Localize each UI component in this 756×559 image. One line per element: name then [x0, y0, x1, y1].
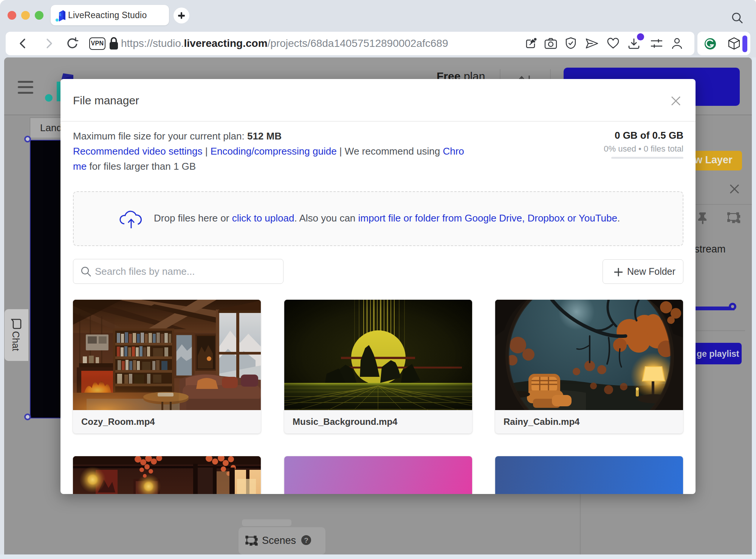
svg-text:?: ? [304, 536, 308, 544]
